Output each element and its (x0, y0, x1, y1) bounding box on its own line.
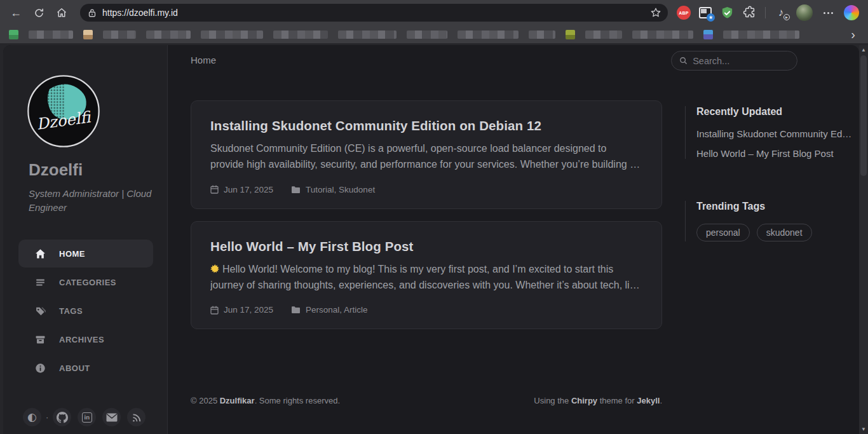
page-area: Dzoelfi Dzoelfi System Administrator | C… (0, 43, 868, 434)
toolbar-extensions-cluster: ABP ★ ♪ ▶ (677, 4, 862, 21)
site-avatar[interactable]: Dzoelfi (27, 74, 100, 148)
bookmark-redacted[interactable] (29, 31, 73, 39)
dot-separator: · (46, 412, 48, 422)
theme-name-link[interactable]: Chirpy (571, 396, 597, 405)
categories-list-icon (35, 277, 46, 288)
bookmark-favicon[interactable] (703, 30, 713, 39)
bookmark-favicon[interactable] (566, 30, 575, 39)
tag-pill[interactable]: personal (696, 224, 750, 241)
main-area: Home Installing Skudonet Community Editi… (168, 45, 859, 434)
lock-icon (88, 8, 97, 18)
archive-box-icon (35, 334, 46, 345)
bookmark-redacted[interactable] (632, 31, 693, 39)
adblock-extension-icon[interactable]: ABP (677, 6, 691, 20)
post-card[interactable]: Installing Skudonet Community Edition on… (191, 100, 662, 209)
calendar-icon (210, 306, 219, 315)
browser-profile-avatar[interactable] (796, 4, 813, 21)
sun-emoji-icon (210, 264, 220, 274)
post-title[interactable]: Hello World – My First Blog Post (210, 239, 642, 254)
collections-extension-icon[interactable]: ★ (699, 7, 712, 18)
site-content: Dzoelfi Dzoelfi System Administrator | C… (3, 45, 859, 434)
footer-copyright: © 2025 Dzulfikar. Some rights reserved. (191, 396, 340, 405)
post-card[interactable]: Hello World – My First Blog Post Hello W… (191, 221, 662, 330)
search-input[interactable] (693, 56, 789, 66)
address-bar[interactable]: https://dzoelfi.my.id (80, 4, 668, 22)
dzoelfi-logo: Dzoelfi (27, 74, 100, 148)
trending-tags-title: Trending Tags (696, 201, 855, 212)
folder-icon (291, 186, 301, 194)
bookmark-favicon[interactable] (9, 30, 18, 39)
browser-menu-button[interactable] (821, 10, 836, 17)
post-date: Jun 17, 2025 (210, 305, 273, 315)
sidebar-item-categories[interactable]: CATEGORIES (18, 268, 153, 296)
theme-toggle-button[interactable]: ◐ (23, 408, 41, 426)
footer-author: Dzulfikar (220, 396, 255, 405)
post-meta: Jun 17, 2025 Tutorial, Skudonet (210, 185, 642, 194)
sidebar-item-archives[interactable]: ARCHIVES (18, 325, 153, 353)
linkedin-link[interactable]: in (78, 408, 96, 426)
recently-updated-section: Recently Updated Installing Skudonet Com… (685, 106, 855, 159)
search-icon (679, 56, 688, 65)
shield-check-icon[interactable] (720, 6, 735, 20)
platform-link[interactable]: Jekyll (637, 396, 660, 405)
bookmark-redacted[interactable] (201, 31, 263, 39)
scrollbar-thumb[interactable] (860, 55, 867, 176)
bookmark-redacted[interactable] (103, 31, 136, 39)
bookmarks-overflow-chevron[interactable]: › (847, 28, 859, 41)
browser-home-icon (56, 7, 67, 18)
favorite-star-icon[interactable] (650, 7, 661, 18)
browser-toolbar: ← https://dzoelfi.my.id ABP ★ ♪ ▶ (0, 0, 868, 25)
bookmark-favicon[interactable] (83, 30, 93, 39)
url-text: https://dzoelfi.my.id (102, 8, 650, 18)
breadcrumb[interactable]: Home (191, 55, 216, 65)
bookmark-redacted[interactable] (723, 31, 799, 39)
post-excerpt: Skudonet Community Edition (CE) is a pow… (210, 140, 642, 173)
post-categories[interactable]: Tutorial, Skudonet (291, 185, 375, 194)
rss-link[interactable] (127, 408, 146, 426)
vertical-scrollbar[interactable]: ▲ ▼ (859, 45, 868, 434)
scroll-down-arrow[interactable]: ▼ (861, 426, 866, 432)
tag-pill[interactable]: skudonet (757, 224, 812, 241)
bookmark-redacted[interactable] (458, 31, 519, 39)
toolbar-divider (765, 7, 766, 18)
post-categories[interactable]: Personal, Article (291, 305, 368, 315)
search-box[interactable] (671, 51, 797, 71)
recent-post-link[interactable]: Installing Skudonet Community Ed… (696, 128, 855, 139)
bookmark-redacted[interactable] (338, 31, 397, 39)
refresh-icon (34, 8, 44, 18)
post-title[interactable]: Installing Skudonet Community Edition on… (210, 118, 642, 133)
home-button[interactable] (52, 3, 71, 22)
home-icon (35, 248, 46, 259)
access-panel: Recently Updated Installing Skudonet Com… (685, 106, 855, 241)
bookmark-redacted[interactable] (407, 31, 447, 39)
back-button[interactable]: ← (6, 3, 25, 22)
info-circle-icon (35, 363, 46, 374)
mail-icon (106, 413, 118, 422)
sidebar-item-home[interactable]: HOME (18, 240, 153, 268)
bookmarks-bar: › (0, 25, 868, 43)
site-title[interactable]: Dzoelfi (29, 160, 83, 180)
bookmark-redacted[interactable] (529, 31, 555, 39)
refresh-button[interactable] (29, 3, 48, 22)
sidebar-item-tags[interactable]: TAGS (18, 297, 153, 325)
folder-icon (291, 306, 301, 314)
recently-updated-title: Recently Updated (696, 106, 855, 118)
window-pane-icon (701, 9, 707, 13)
play-badge-icon: ▶ (783, 14, 790, 20)
post-meta: Jun 17, 2025 Personal, Article (210, 305, 642, 315)
email-link[interactable] (102, 408, 121, 426)
footer-theme-credit: Using the Chirpy theme for Jekyll. (534, 396, 662, 405)
back-arrow-icon: ← (10, 6, 22, 20)
sidebar-item-about[interactable]: ABOUT (18, 354, 153, 382)
scroll-up-arrow[interactable]: ▲ (861, 47, 866, 53)
media-control-icon[interactable]: ♪ ▶ (774, 6, 788, 19)
copilot-icon[interactable] (844, 5, 859, 20)
extensions-puzzle-icon[interactable] (743, 6, 757, 20)
github-link[interactable] (53, 408, 71, 426)
sidebar-bottom-icons: ◐ · in (23, 408, 146, 426)
bookmark-redacted[interactable] (146, 31, 191, 39)
bookmark-redacted[interactable] (585, 31, 622, 39)
bookmark-redacted[interactable] (273, 31, 328, 39)
post-date: Jun 17, 2025 (210, 185, 273, 194)
recent-post-link[interactable]: Hello World – My First Blog Post (696, 148, 855, 159)
